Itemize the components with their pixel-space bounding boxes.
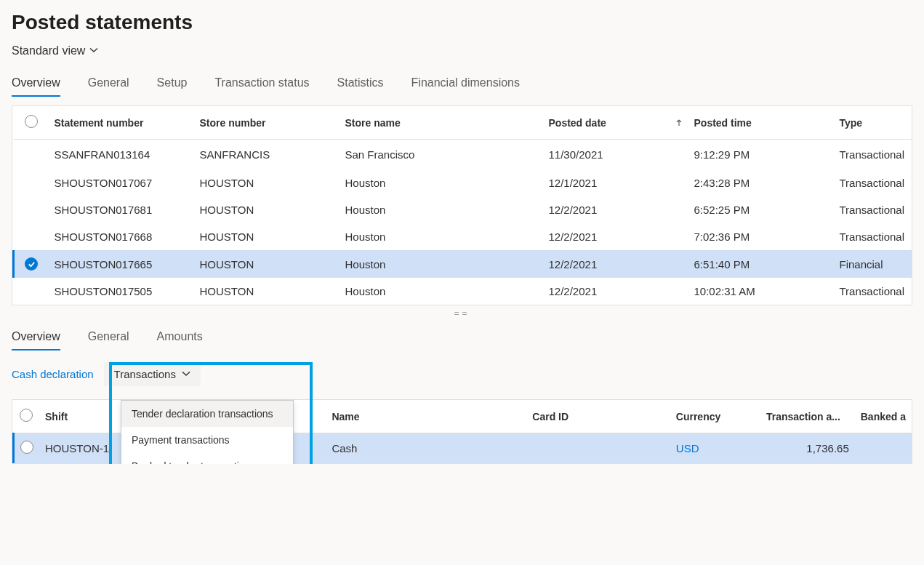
type-cell: Transactional — [834, 223, 912, 250]
view-dropdown-label: Standard view — [12, 44, 85, 57]
statement-number-link[interactable]: SHOUSTON017505 — [49, 278, 194, 305]
posted-date-cell: 12/1/2021 — [543, 169, 688, 196]
col-store-number[interactable]: Store number — [194, 106, 340, 140]
store-number-cell: HOUSTON — [194, 278, 340, 305]
store-name-cell: Houston — [340, 196, 543, 223]
menu-item-banked-tender[interactable]: Banked tender transactions — [121, 453, 293, 464]
type-cell: Transactional — [834, 140, 912, 170]
sub-tab-amounts[interactable]: Amounts — [157, 330, 203, 350]
tab-transaction-status[interactable]: Transaction status — [214, 76, 309, 97]
col-store-name[interactable]: Store name — [340, 106, 543, 140]
grid-header-row: Statement number Store number Store name… — [14, 106, 912, 140]
transactions-dropdown-label: Transactions — [114, 368, 176, 380]
main-tabs: Overview General Setup Transaction statu… — [12, 76, 912, 97]
tab-financial-dimensions[interactable]: Financial dimensions — [411, 76, 520, 97]
posted-date-cell: 12/2/2021 — [543, 223, 688, 250]
posted-time-cell: 7:02:36 PM — [688, 223, 834, 250]
col-card-id[interactable]: Card ID — [526, 400, 670, 433]
col-currency[interactable]: Currency — [670, 400, 760, 433]
statements-grid: Statement number Store number Store name… — [12, 105, 912, 305]
transaction-amount-cell: 1,736.65 — [760, 433, 855, 464]
resize-handle[interactable]: == — [12, 305, 912, 321]
tab-setup[interactable]: Setup — [157, 76, 188, 97]
detail-row-radio[interactable] — [20, 441, 33, 454]
tab-general[interactable]: General — [88, 76, 129, 97]
statement-number-link[interactable]: SHOUSTON017665 — [49, 250, 194, 278]
currency-cell[interactable]: USD — [670, 433, 760, 464]
type-cell: Financial — [834, 250, 912, 278]
command-bar: Cash declaration Transactions — [12, 362, 912, 386]
col-posted-time[interactable]: Posted time — [688, 106, 834, 140]
store-name-cell: San Francisco — [340, 140, 543, 170]
col-posted-date-label: Posted date — [549, 117, 606, 129]
menu-item-tender-declaration[interactable]: Tender declaration transactions — [121, 401, 293, 427]
col-statement-number[interactable]: Statement number — [49, 106, 194, 140]
posted-time-cell: 6:52:25 PM — [688, 196, 834, 223]
posted-date-cell: 12/2/2021 — [543, 196, 688, 223]
store-name-cell: Houston — [340, 250, 543, 278]
posted-date-cell: 11/30/2021 — [543, 140, 688, 170]
type-cell: Transactional — [834, 278, 912, 305]
statement-number-link[interactable]: SHOUSTON017067 — [49, 169, 194, 196]
chevron-down-icon — [89, 44, 98, 57]
store-name-cell: Houston — [340, 278, 543, 305]
page-title: Posted statements — [12, 11, 912, 34]
menu-item-payment-transactions[interactable]: Payment transactions — [121, 427, 293, 453]
posted-time-cell: 10:02:31 AM — [688, 278, 834, 305]
table-row[interactable]: SHOUSTON017681 HOUSTON Houston 12/2/2021… — [14, 196, 912, 223]
statement-number-link[interactable]: SHOUSTON017668 — [49, 223, 194, 250]
card-id-cell — [526, 433, 670, 464]
col-transaction-amount[interactable]: Transaction a... — [760, 400, 855, 433]
type-cell: Transactional — [834, 169, 912, 196]
col-type[interactable]: Type — [834, 106, 912, 140]
statement-number-link[interactable]: SSANFRAN013164 — [49, 140, 194, 170]
chevron-down-icon — [182, 368, 190, 380]
store-number-cell: HOUSTON — [194, 223, 340, 250]
store-number-cell[interactable]: HOUSTON — [194, 250, 340, 278]
table-row-selected[interactable]: SHOUSTON017665 HOUSTON Houston 12/2/2021… — [14, 250, 912, 278]
posted-time-cell: 9:12:29 PM — [688, 140, 834, 170]
table-row[interactable]: SHOUSTON017505 HOUSTON Houston 12/2/2021… — [14, 278, 912, 305]
detail-select-all-header[interactable] — [14, 400, 40, 433]
transactions-dropdown[interactable]: Transactions — [104, 362, 201, 386]
name-cell: Cash — [326, 433, 526, 464]
sub-tab-general[interactable]: General — [88, 330, 129, 350]
detail-select-all-radio[interactable] — [20, 409, 33, 422]
tab-statistics[interactable]: Statistics — [337, 76, 384, 97]
posted-date-cell: 12/2/2021 — [543, 250, 688, 278]
store-number-cell: HOUSTON — [194, 196, 340, 223]
cash-declaration-link[interactable]: Cash declaration — [12, 368, 94, 380]
tab-overview[interactable]: Overview — [12, 76, 60, 97]
select-all-header[interactable] — [14, 106, 49, 140]
store-number-cell: HOUSTON — [194, 169, 340, 196]
posted-time-cell: 2:43:28 PM — [688, 169, 834, 196]
sub-tab-overview[interactable]: Overview — [12, 330, 60, 350]
table-row[interactable]: SHOUSTON017067 HOUSTON Houston 12/1/2021… — [14, 169, 912, 196]
detail-tabs: Overview General Amounts — [12, 330, 912, 350]
store-number-cell: SANFRANCIS — [194, 140, 340, 170]
type-cell: Transactional — [834, 196, 912, 223]
store-name-cell: Houston — [340, 169, 543, 196]
banked-amount-cell — [855, 433, 912, 464]
table-row[interactable]: SHOUSTON017668 HOUSTON Houston 12/2/2021… — [14, 223, 912, 250]
col-name[interactable]: Name — [326, 400, 526, 433]
select-all-radio[interactable] — [25, 115, 38, 128]
col-posted-date[interactable]: Posted date — [543, 106, 688, 140]
row-radio-checked[interactable] — [25, 257, 38, 271]
posted-time-cell: 6:51:40 PM — [688, 250, 834, 278]
store-name-cell: Houston — [340, 223, 543, 250]
sort-ascending-icon — [675, 117, 683, 129]
view-dropdown[interactable]: Standard view — [12, 44, 98, 57]
col-banked-amount[interactable]: Banked a — [855, 400, 912, 433]
posted-date-cell: 12/2/2021 — [543, 278, 688, 305]
transactions-menu: Tender declaration transactions Payment … — [121, 400, 294, 464]
statement-number-link[interactable]: SHOUSTON017681 — [49, 196, 194, 223]
table-row[interactable]: SSANFRAN013164 SANFRANCIS San Francisco … — [14, 140, 912, 170]
